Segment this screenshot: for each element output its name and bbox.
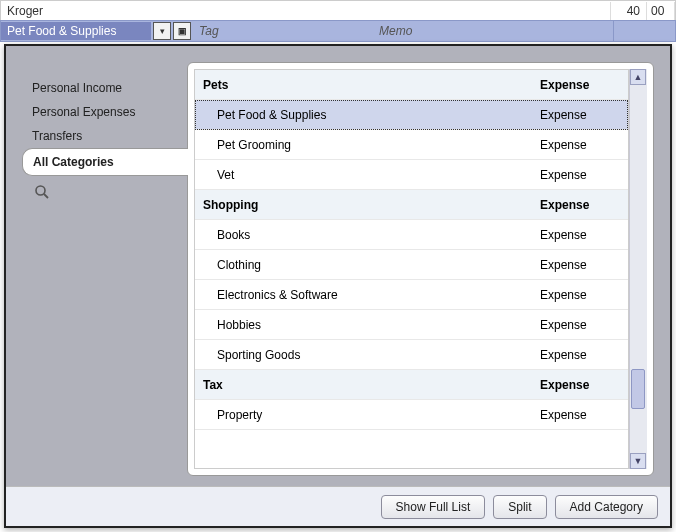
category-type: Expense [540, 78, 618, 92]
category-picker-popup: Personal IncomePersonal ExpensesTransfer… [4, 44, 672, 528]
category-name: Pet Grooming [203, 138, 540, 152]
category-row[interactable]: BooksExpense [195, 220, 628, 250]
category-name: Hobbies [203, 318, 540, 332]
svg-line-1 [44, 194, 48, 198]
category-dropdown-button[interactable]: ▾ [153, 22, 171, 40]
category-row[interactable]: Sporting GoodsExpense [195, 340, 628, 370]
category-list: PetsExpensePet Food & SuppliesExpensePet… [194, 69, 629, 469]
show-full-list-button[interactable]: Show Full List [381, 495, 486, 519]
category-row[interactable]: Pet Food & SuppliesExpense [195, 100, 628, 130]
category-name: Shopping [203, 198, 540, 212]
category-name: Vet [203, 168, 540, 182]
memo-field[interactable]: Memo [371, 22, 613, 40]
search-icon[interactable] [34, 184, 50, 200]
category-group-row[interactable]: PetsExpense [195, 70, 628, 100]
category-row[interactable]: PropertyExpense [195, 400, 628, 430]
split-button[interactable]: Split [493, 495, 546, 519]
category-group-row[interactable]: TaxExpense [195, 370, 628, 400]
category-type: Expense [540, 138, 618, 152]
register-row-top: Kroger 40 00 [0, 0, 676, 20]
category-name: Pet Food & Supplies [203, 108, 540, 122]
category-field[interactable]: Pet Food & Supplies [1, 22, 151, 40]
amount-major[interactable]: 40 [611, 2, 647, 20]
popup-body: Personal IncomePersonal ExpensesTransfer… [6, 46, 670, 486]
category-row[interactable]: Pet GroomingExpense [195, 130, 628, 160]
category-name: Sporting Goods [203, 348, 540, 362]
register-row-sub: Pet Food & Supplies ▾ ▣ Tag Memo [0, 20, 676, 42]
category-row[interactable]: ClothingExpense [195, 250, 628, 280]
category-type: Expense [540, 228, 618, 242]
chevron-down-icon: ▾ [160, 26, 165, 36]
category-value: Pet Food & Supplies [7, 24, 116, 38]
category-type: Expense [540, 348, 618, 362]
popup-footer: Show Full List Split Add Category [6, 486, 670, 526]
sidebar-item-personal-expenses[interactable]: Personal Expenses [28, 100, 188, 124]
transfer-icon: ▣ [178, 26, 187, 36]
tag-field[interactable]: Tag [191, 22, 371, 40]
category-type: Expense [540, 168, 618, 182]
category-name: Tax [203, 378, 540, 392]
scroll-up-button[interactable]: ▲ [630, 69, 646, 85]
category-name: Pets [203, 78, 540, 92]
category-name: Books [203, 228, 540, 242]
category-list-panel: PetsExpensePet Food & SuppliesExpensePet… [187, 62, 654, 476]
category-row[interactable]: Electronics & SoftwareExpense [195, 280, 628, 310]
category-type: Expense [540, 408, 618, 422]
scroll-down-button[interactable]: ▼ [630, 453, 646, 469]
sidebar-item-transfers[interactable]: Transfers [28, 124, 188, 148]
sidebar-item-personal-income[interactable]: Personal Income [28, 76, 188, 100]
category-type: Expense [540, 198, 618, 212]
category-transfer-button[interactable]: ▣ [173, 22, 191, 40]
scroll-thumb[interactable] [631, 369, 645, 409]
category-type: Expense [540, 288, 618, 302]
category-row[interactable]: VetExpense [195, 160, 628, 190]
category-type: Expense [540, 258, 618, 272]
category-name: Property [203, 408, 540, 422]
category-type: Expense [540, 378, 618, 392]
category-group-row[interactable]: ShoppingExpense [195, 190, 628, 220]
category-type: Expense [540, 108, 618, 122]
svg-point-0 [36, 186, 45, 195]
amount-stub [613, 21, 675, 41]
sidebar-item-all-categories[interactable]: All Categories [22, 148, 188, 176]
amount-minor[interactable]: 00 [647, 2, 675, 20]
category-row[interactable]: HobbiesExpense [195, 310, 628, 340]
category-type: Expense [540, 318, 618, 332]
category-name: Clothing [203, 258, 540, 272]
scrollbar[interactable]: ▲ ▼ [629, 69, 647, 469]
payee-cell[interactable]: Kroger [1, 2, 611, 20]
add-category-button[interactable]: Add Category [555, 495, 658, 519]
category-name: Electronics & Software [203, 288, 540, 302]
sidebar: Personal IncomePersonal ExpensesTransfer… [6, 62, 188, 476]
